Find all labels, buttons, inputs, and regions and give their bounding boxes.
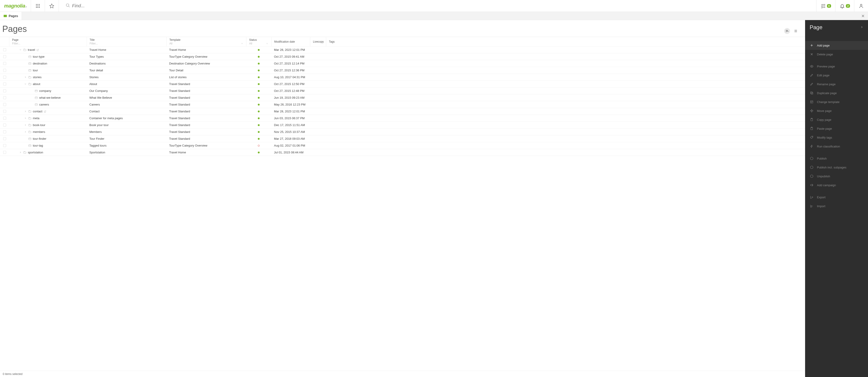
- svg-rect-36: [35, 103, 38, 105]
- table-row[interactable]: tour-finderTour FinderTravel StandardMar…: [0, 135, 805, 142]
- row-checkbox[interactable]: [0, 117, 9, 120]
- view-toggle: [784, 28, 799, 34]
- table-row[interactable]: metaContainer for meta pagesTravel Stand…: [0, 115, 805, 122]
- svg-rect-23: [24, 49, 26, 51]
- app-color-indicator: [4, 15, 7, 17]
- notifications-button[interactable]: 2: [835, 0, 854, 12]
- expand-icon[interactable]: [24, 117, 27, 120]
- row-page-name: travel: [9, 48, 87, 52]
- collapse-icon[interactable]: [24, 83, 27, 86]
- row-checkbox[interactable]: [0, 110, 9, 113]
- grid-icon: [35, 3, 40, 9]
- table-row[interactable]: tour-typeTour TypesTourType Category Ove…: [0, 53, 805, 60]
- table-row[interactable]: what-we-believeWhat We BelieveTravel Sta…: [0, 94, 805, 101]
- page-node-name: tour-tag: [33, 144, 43, 147]
- status-published-icon: [258, 131, 259, 133]
- svg-point-0: [36, 4, 37, 5]
- row-checkbox[interactable]: [0, 55, 9, 58]
- page-node-name: travel: [28, 48, 35, 52]
- row-checkbox[interactable]: [0, 48, 9, 51]
- expand-icon[interactable]: [24, 76, 27, 79]
- plus-icon: [810, 43, 814, 48]
- app-launcher[interactable]: [31, 0, 45, 12]
- view-tree-button[interactable]: [784, 28, 790, 34]
- column-status[interactable]: Status All: [246, 37, 271, 46]
- row-checkbox[interactable]: [0, 96, 9, 99]
- row-status: [246, 76, 271, 78]
- column-template[interactable]: Template All: [166, 37, 246, 46]
- row-page-name: members: [9, 130, 87, 133]
- table-row[interactable]: tourTour detailTour DetailOct 27, 2015 1…: [0, 67, 805, 74]
- expand-icon[interactable]: [24, 124, 27, 127]
- table-row[interactable]: destinationDestinationsDestination Categ…: [0, 60, 805, 67]
- svg-point-63: [810, 166, 813, 169]
- row-checkbox[interactable]: [0, 69, 9, 72]
- page-node-name: meta: [33, 117, 39, 120]
- table-row[interactable]: sportstationSportstationTravel HomeJul 0…: [0, 149, 805, 156]
- svg-point-61: [812, 136, 813, 137]
- close-app-button[interactable]: [858, 12, 868, 20]
- search-input[interactable]: [72, 3, 812, 8]
- table-row[interactable]: careersCareersTravel StandardMay 26, 201…: [0, 101, 805, 108]
- apptab-pages[interactable]: Pages: [0, 12, 22, 20]
- row-template: TourType Category Overview: [166, 144, 246, 147]
- x-icon: [810, 52, 814, 56]
- table-row[interactable]: travelTravel HomeTravel HomeMar 28, 2023…: [0, 46, 805, 53]
- row-checkbox[interactable]: [0, 83, 9, 86]
- expander-placeholder: [30, 103, 33, 106]
- row-checkbox[interactable]: [0, 89, 9, 92]
- user-button[interactable]: [854, 0, 868, 12]
- export-icon: [810, 195, 814, 199]
- action-add-page[interactable]: Add page: [805, 41, 868, 50]
- row-checkbox[interactable]: [0, 137, 9, 140]
- collapse-panel-button[interactable]: [860, 26, 863, 29]
- table-row[interactable]: companyOur CompanyTravel StandardOct 27,…: [0, 88, 805, 94]
- table-row[interactable]: storiesStoriesList of storiesAug 10, 201…: [0, 74, 805, 81]
- row-title: About: [87, 82, 166, 86]
- column-tags[interactable]: Tags: [326, 37, 805, 46]
- table-row[interactable]: aboutAboutTravel StandardOct 27, 2015 12…: [0, 81, 805, 88]
- row-status: [246, 83, 271, 85]
- svg-point-8: [39, 7, 40, 8]
- row-checkbox[interactable]: [0, 124, 9, 126]
- collapse-icon[interactable]: [19, 48, 22, 52]
- row-status: [246, 138, 271, 140]
- row-checkbox[interactable]: [0, 103, 9, 106]
- favorites-button[interactable]: [45, 0, 59, 12]
- tasks-button[interactable]: 0: [816, 0, 835, 12]
- table-row[interactable]: tour-tagTagged toursTourType Category Ov…: [0, 142, 805, 149]
- expand-icon[interactable]: [19, 151, 22, 154]
- list-view-icon: [794, 29, 798, 33]
- status-published-icon: [258, 111, 259, 113]
- action-label: Add page: [817, 44, 830, 47]
- row-modification-date: Oct 27, 2015 12:48 PM: [271, 89, 310, 93]
- action-copy-page: Copy page: [805, 115, 868, 124]
- expand-icon[interactable]: [24, 110, 27, 113]
- table-row[interactable]: book-tourBook your tourTravel StandardDe…: [0, 122, 805, 129]
- row-checkbox[interactable]: [0, 151, 9, 154]
- action-label: Edit page: [817, 74, 830, 77]
- row-checkbox[interactable]: [0, 130, 9, 133]
- table-row[interactable]: membersMembersTravel StandardNov 25, 201…: [0, 129, 805, 135]
- tasks-icon: [820, 3, 826, 9]
- status-published-icon: [258, 138, 259, 140]
- row-checkbox[interactable]: [0, 76, 9, 78]
- table-row[interactable]: contactContactTravel StandardMar 28, 202…: [0, 108, 805, 115]
- main: Pages Page Filter... Title: [0, 20, 868, 377]
- topbar-right: 0 2: [816, 0, 868, 12]
- page-node-name: tour-type: [33, 55, 44, 58]
- row-checkbox[interactable]: [0, 62, 9, 65]
- svg-rect-54: [811, 101, 813, 103]
- row-checkbox[interactable]: [0, 144, 9, 147]
- column-page[interactable]: Page Filter...: [9, 37, 87, 46]
- column-title[interactable]: Title Filter...: [87, 37, 166, 46]
- row-modification-date: Mar 27, 2018 09:03 AM: [271, 137, 310, 140]
- column-modification-date[interactable]: Modification date: [271, 37, 310, 46]
- expand-icon[interactable]: [24, 130, 27, 133]
- row-status: [246, 145, 271, 147]
- column-livecopy[interactable]: Livecopy: [310, 37, 326, 46]
- view-list-button[interactable]: [793, 28, 799, 34]
- row-template: Destination Category Overview: [166, 62, 246, 65]
- status-published-icon: [258, 83, 259, 85]
- row-modification-date: Oct 27, 2015 12:14 PM: [271, 62, 310, 65]
